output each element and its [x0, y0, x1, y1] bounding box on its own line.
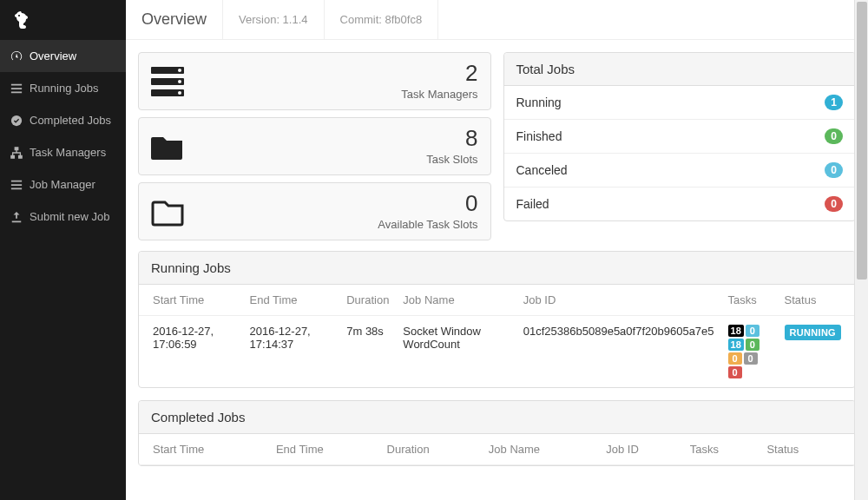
check-circle-icon: [10, 115, 23, 127]
stat-value: 0: [378, 192, 477, 214]
column-header[interactable]: Job Name: [482, 434, 599, 465]
cell-tasks: 180180000: [721, 316, 778, 388]
cell-status: RUNNING: [778, 316, 855, 388]
stat-task-managers: 2 Task Managers: [138, 52, 491, 110]
status-row[interactable]: Finished0: [504, 119, 856, 153]
svg-point-8: [178, 80, 181, 83]
completed-jobs-panel: Completed Jobs Start TimeEnd TimeDuratio…: [138, 400, 856, 466]
cell-duration: 7m 38s: [339, 316, 396, 388]
status-label: Canceled: [516, 163, 568, 177]
column-header[interactable]: Tasks: [721, 285, 778, 316]
task-badge: 0: [744, 352, 758, 365]
status-label: Running: [516, 95, 562, 109]
running-jobs-panel: Running Jobs Start TimeEnd TimeDurationJ…: [138, 251, 856, 388]
sidebar-item-task-managers[interactable]: Task Managers: [0, 136, 126, 168]
column-header[interactable]: Duration: [380, 434, 482, 465]
scrollbar-thumb[interactable]: [857, 2, 867, 280]
task-badge: 18: [728, 325, 744, 337]
task-badges: 180180000: [728, 325, 771, 378]
svg-point-9: [178, 91, 181, 95]
commit-label: Commit: 8fb0fc8: [325, 0, 439, 39]
table-row[interactable]: 2016-12-27, 17:06:592016-12-27, 17:14:37…: [139, 316, 855, 388]
version-label: Version: 1.1.4: [223, 0, 325, 39]
stat-label: Task Slots: [426, 153, 477, 166]
cell-start: 2016-12-27, 17:06:59: [139, 316, 243, 388]
task-badge: 0: [728, 352, 742, 365]
cell-name: Socket Window WordCount: [396, 316, 516, 388]
nav-label: Completed Jobs: [30, 114, 111, 127]
sidebar-item-job-manager[interactable]: Job Manager: [0, 168, 126, 201]
stat-value: 2: [401, 62, 477, 84]
squirrel-icon: [10, 10, 31, 30]
header: Overview Version: 1.1.4 Commit: 8fb0fc8: [126, 0, 868, 40]
main: Overview Version: 1.1.4 Commit: 8fb0fc8 …: [126, 0, 868, 500]
bars-icon: [10, 179, 23, 191]
status-count-badge: 1: [825, 95, 843, 110]
status-label: Finished: [516, 129, 562, 143]
sidebar: Overview Running Jobs Completed Jobs Tas…: [0, 0, 126, 500]
server-icon: [151, 67, 184, 96]
status-count-badge: 0: [825, 128, 843, 144]
column-header[interactable]: Start Time: [139, 285, 243, 316]
column-header[interactable]: End Time: [269, 434, 380, 465]
status-count-badge: 0: [825, 196, 843, 212]
upload-icon: [10, 211, 23, 223]
column-header[interactable]: End Time: [243, 285, 340, 316]
column-header[interactable]: Duration: [339, 285, 396, 316]
column-header[interactable]: Job Name: [396, 285, 516, 316]
column-header[interactable]: Job ID: [599, 434, 682, 465]
logo[interactable]: [0, 0, 126, 40]
stat-available-slots: 0 Available Task Slots: [138, 182, 491, 240]
stat-task-slots: 8 Task Slots: [138, 117, 491, 175]
dashboard-icon: [10, 50, 23, 62]
content: 2 Task Managers 8 Task Slots: [126, 40, 868, 500]
panel-title: Total Jobs: [504, 53, 856, 86]
panel-title: Running Jobs: [139, 252, 855, 285]
column-header[interactable]: Job ID: [516, 285, 721, 316]
cell-end: 2016-12-27, 17:14:37: [243, 316, 340, 388]
svg-rect-1: [15, 147, 18, 149]
column-header[interactable]: Status: [760, 434, 855, 465]
task-badge: 0: [728, 366, 742, 378]
status-row[interactable]: Running1: [504, 86, 856, 119]
svg-rect-3: [19, 155, 23, 158]
task-badge: 0: [746, 325, 760, 337]
status-count-badge: 0: [825, 162, 843, 178]
sidebar-item-completed-jobs[interactable]: Completed Jobs: [0, 104, 126, 136]
task-badge: 18: [728, 339, 744, 351]
sitemap-icon: [10, 147, 23, 159]
nav-label: Submit new Job: [30, 210, 110, 223]
stat-value: 8: [426, 127, 477, 149]
nav-label: Overview: [30, 49, 76, 62]
total-jobs-panel: Total Jobs Running1Finished0Canceled0Fai…: [503, 52, 857, 221]
status-label: Failed: [516, 197, 549, 211]
nav-label: Task Managers: [30, 146, 106, 159]
column-header[interactable]: Status: [778, 285, 855, 316]
status-row[interactable]: Canceled0: [504, 153, 856, 187]
vertical-scrollbar[interactable]: [854, 0, 868, 500]
svg-point-7: [178, 69, 181, 72]
list-icon: [10, 82, 23, 95]
sidebar-item-overview[interactable]: Overview: [0, 40, 126, 72]
task-badge: 0: [746, 339, 760, 351]
folder-icon: [151, 132, 184, 161]
panel-title: Completed Jobs: [139, 401, 855, 434]
stat-label: Available Task Slots: [378, 218, 477, 231]
status-row[interactable]: Failed0: [504, 187, 856, 220]
status-badge: RUNNING: [785, 325, 841, 340]
sidebar-item-submit-job[interactable]: Submit new Job: [0, 201, 126, 233]
column-header[interactable]: Tasks: [683, 434, 760, 465]
completed-jobs-table: Start TimeEnd TimeDurationJob NameJob ID…: [139, 434, 855, 465]
sidebar-item-running-jobs[interactable]: Running Jobs: [0, 72, 126, 104]
stat-label: Task Managers: [401, 88, 477, 101]
folder-open-icon: [151, 197, 184, 227]
cell-id: 01cf25386b5089e5a0f7f20b9605a7e5: [516, 316, 721, 388]
page-title: Overview: [126, 0, 223, 39]
nav-label: Job Manager: [30, 178, 95, 191]
nav-label: Running Jobs: [30, 82, 99, 95]
running-jobs-table: Start TimeEnd TimeDurationJob NameJob ID…: [139, 285, 855, 387]
column-header[interactable]: Start Time: [139, 434, 269, 465]
svg-rect-2: [11, 155, 15, 158]
